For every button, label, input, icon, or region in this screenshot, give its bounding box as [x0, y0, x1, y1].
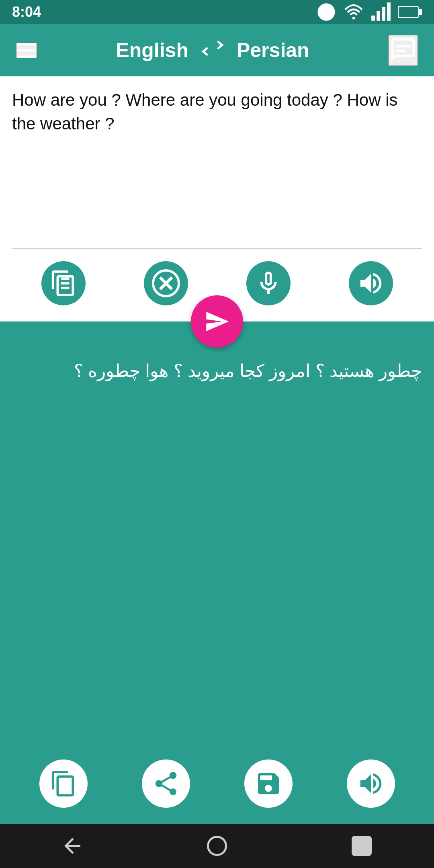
svg-rect-14: [61, 277, 69, 280]
nav-bar: [0, 824, 434, 868]
svg-point-2: [352, 17, 355, 20]
target-language[interactable]: Persian: [237, 39, 309, 62]
svg-rect-3: [371, 16, 375, 21]
swap-icon[interactable]: [201, 39, 225, 62]
nav-home-button[interactable]: [205, 834, 229, 858]
output-copy-button[interactable]: [39, 760, 88, 808]
nav-back-button[interactable]: [60, 834, 84, 858]
status-icons: @: [316, 2, 422, 23]
input-text[interactable]: How are you ? Where are you going today …: [12, 88, 422, 249]
nav-recents-button[interactable]: [350, 834, 374, 858]
svg-rect-10: [396, 45, 410, 47]
app-bar: English Persian: [0, 24, 434, 76]
output-save-button[interactable]: [244, 760, 293, 808]
svg-rect-19: [353, 837, 371, 855]
input-section: How are you ? Where are you going today …: [0, 76, 434, 321]
svg-rect-11: [396, 50, 405, 52]
svg-rect-5: [382, 7, 385, 21]
svg-rect-8: [419, 9, 422, 15]
svg-rect-13: [61, 287, 69, 289]
svg-rect-6: [387, 2, 391, 21]
svg-rect-12: [61, 282, 69, 285]
clear-button[interactable]: [144, 261, 188, 305]
source-language[interactable]: English: [116, 39, 188, 62]
microphone-button[interactable]: [246, 261, 291, 305]
output-actions: [12, 755, 422, 816]
hamburger-menu[interactable]: [16, 43, 37, 58]
main-content: How are you ? Where are you going today …: [0, 76, 434, 824]
output-speaker-button[interactable]: [347, 760, 395, 808]
output-text: چطور هستید ؟ امروز کجا میروید ؟ هوا چطور…: [12, 358, 422, 755]
signal-icon: [371, 2, 391, 23]
app-bar-title: English Persian: [116, 39, 309, 62]
svg-text:@: @: [321, 6, 332, 18]
svg-rect-4: [377, 11, 380, 21]
output-share-button[interactable]: [142, 760, 190, 808]
notification-icon: @: [316, 2, 337, 23]
input-speaker-button[interactable]: [349, 261, 393, 305]
wifi-icon: [343, 2, 364, 23]
svg-point-18: [208, 837, 226, 855]
status-time: 8:04: [12, 4, 41, 20]
clipboard-button[interactable]: [41, 261, 86, 305]
output-section: چطور هستید ؟ امروز کجا میروید ؟ هوا چطور…: [0, 346, 434, 824]
translate-button[interactable]: [191, 295, 243, 348]
status-bar: 8:04 @: [0, 0, 434, 24]
svg-rect-9: [399, 7, 418, 17]
chat-button[interactable]: [388, 35, 418, 66]
battery-icon: [398, 4, 422, 20]
